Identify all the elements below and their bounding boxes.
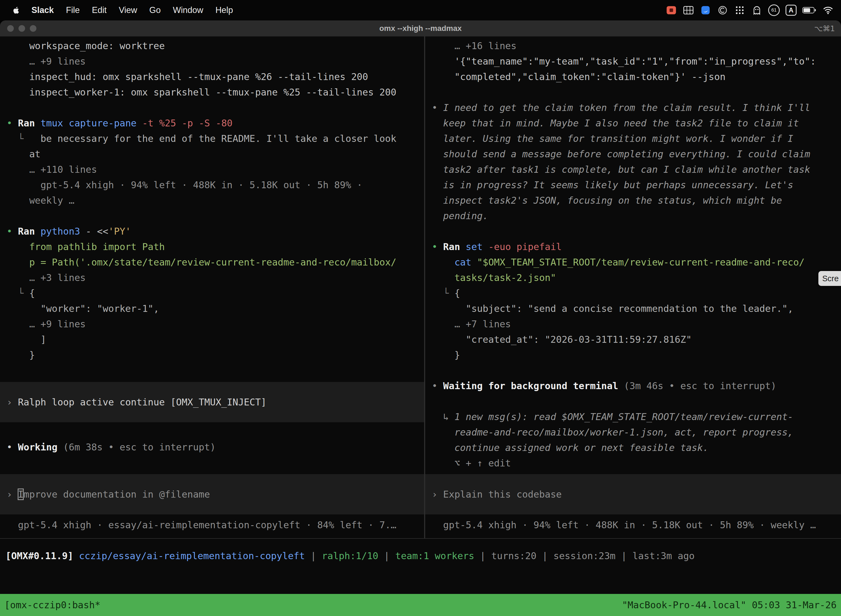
- terminal-line: … +7 lines: [425, 316, 841, 332]
- text-segment: Ran: [443, 241, 466, 252]
- menu-help[interactable]: Help: [210, 5, 239, 15]
- blue-app-icon[interactable]: [700, 4, 711, 17]
- text-segment: ›: [7, 489, 18, 500]
- dots-grid-icon[interactable]: [734, 4, 746, 17]
- menu-file[interactable]: File: [60, 5, 86, 15]
- terminal-line: • Ran set -euo pipefail: [425, 239, 841, 254]
- ghost-icon[interactable]: [751, 4, 763, 17]
- text-segment: -t %25 -p -S -80: [136, 117, 233, 129]
- blank-line: [425, 84, 841, 100]
- maximize-button[interactable]: [30, 25, 37, 32]
- window-titlebar[interactable]: omx --xhigh --madmax ⌥⌘1: [0, 21, 841, 37]
- text-segment: weekly …: [7, 195, 75, 206]
- status-segment: [73, 550, 79, 561]
- text-segment: is in progress? It seems likely but perh…: [432, 179, 793, 191]
- dark-app-icon[interactable]: [717, 4, 728, 17]
- battery-percentage-icon[interactable]: 61: [768, 4, 780, 17]
- status-segment: ralph:1/10: [322, 550, 378, 561]
- menu-edit[interactable]: Edit: [86, 5, 113, 15]
- text-segment: "$OMX_TEAM_STATE_ROOT/team/review-curren…: [477, 257, 804, 268]
- terminal-line: weekly …: [0, 193, 424, 208]
- text-segment: … +9 lines: [7, 56, 86, 67]
- text-segment: … +16 lines: [432, 40, 517, 51]
- terminal-line: "created_at": "2026-03-31T11:59:27.816Z": [425, 332, 841, 347]
- screenshot-tooltip[interactable]: Scre: [818, 271, 841, 286]
- screen-recording-indicator-icon[interactable]: [665, 4, 677, 17]
- menu-go[interactable]: Go: [143, 5, 167, 15]
- prompt-input-band[interactable]: › Explain this codebase: [425, 474, 841, 515]
- prompt-input-band[interactable]: › Improve documentation in @filename: [0, 474, 424, 515]
- close-button[interactable]: [7, 25, 14, 32]
- text-segment: Ran: [18, 226, 41, 237]
- terminal-line: … +3 lines: [0, 270, 424, 285]
- text-segment: Explain this codebase: [443, 489, 562, 500]
- text-segment: inspect_worker-1: omx sparkshell --tmux-…: [7, 87, 396, 98]
- text-segment: tmux capture-pane: [41, 117, 136, 129]
- terminal-line: continue assigned work or next feasible …: [425, 440, 841, 455]
- menu-window[interactable]: Window: [167, 5, 209, 15]
- terminal-line: ↳ 1 new msg(s): read $OMX_TEAM_STATE_ROO…: [425, 409, 841, 424]
- text-segment: workspace_mode: worktree: [7, 40, 165, 51]
- terminal-pane-left[interactable]: workspace_mode: worktree … +9 lines insp…: [0, 37, 424, 538]
- terminal-content: workspace_mode: worktree … +9 lines insp…: [0, 37, 841, 538]
- text-segment: "completed","claim_token":"claim-token"}…: [432, 71, 725, 82]
- text-segment: }: [7, 349, 35, 361]
- text-segment: •: [432, 241, 443, 252]
- status-segment: |: [378, 550, 395, 561]
- text-segment: ↳: [432, 411, 454, 422]
- terminal-line: └ be necessary for the end of the README…: [0, 131, 424, 146]
- terminal-line: inspect task2's JSON, focusing on the st…: [425, 193, 841, 208]
- terminal-line: keep that in mind. Maybe I also need the…: [425, 115, 841, 131]
- battery-icon[interactable]: [802, 4, 817, 17]
- status-segment: cczip/essay/ai-reimplementation-copyleft: [79, 550, 305, 561]
- omx-status-line: [OMX#0.11.9] cczip/essay/ai-reimplementa…: [0, 548, 841, 563]
- terminal-pane-right[interactable]: … +16 lines '{"team_name":"my-team","tas…: [425, 37, 841, 538]
- text-segment: ]: [7, 334, 46, 345]
- grid-icon[interactable]: [683, 4, 694, 17]
- terminal-line: cat "$OMX_TEAM_STATE_ROOT/team/review-cu…: [425, 254, 841, 270]
- text-segment: keep that in mind. Maybe I also need the…: [432, 117, 799, 129]
- text-segment: at: [7, 148, 41, 160]
- text-segment: └: [7, 287, 29, 299]
- text-segment: ›: [432, 489, 443, 500]
- terminal-line: "worker": "worker-1",: [0, 301, 424, 316]
- tmux-inject-band[interactable]: › Ralph loop active continue [OMX_TMUX_I…: [0, 382, 424, 422]
- text-segment: ›: [7, 397, 18, 408]
- text-segment: gpt-5.4 xhigh · essay/ai-reimplementatio…: [7, 519, 396, 531]
- text-segment: python3: [41, 226, 80, 237]
- text-segment: should send a message before completing …: [432, 148, 810, 160]
- terminal-line: tasks/task-2.json": [425, 270, 841, 285]
- menu-app-name[interactable]: Slack: [25, 5, 60, 15]
- text-segment: (3m 46s • esc to interrupt): [618, 380, 777, 392]
- text-segment: Ralph loop active continue [OMX_TMUX_INJ…: [18, 397, 267, 408]
- text-segment: '{"team_name":"my-team","task_id":"1","f…: [432, 56, 816, 67]
- terminal-line: '{"team_name":"my-team","task_id":"1","f…: [425, 54, 841, 69]
- terminal-line: inspect_hud: omx sparkshell --tmux-pane …: [0, 69, 424, 84]
- terminal-line: workspace_mode: worktree: [0, 38, 424, 54]
- text-segment: tasks/task-2.json": [432, 272, 556, 283]
- status-segment: team:1 workers: [395, 550, 474, 561]
- battery-percentage-label: 61: [771, 7, 777, 13]
- terminal-line: … +16 lines: [425, 38, 841, 54]
- text-segment: - <<: [80, 226, 108, 237]
- screenshot-tooltip-label: Scre: [822, 274, 839, 283]
- terminal-line: is in progress? It seems likely but perh…: [425, 177, 841, 193]
- menu-view[interactable]: View: [113, 5, 143, 15]
- terminal-line: • Ran python3 - <<'PY': [0, 224, 424, 239]
- status-segment: |: [615, 550, 632, 561]
- input-source-icon[interactable]: A: [785, 4, 797, 17]
- tmux-status-bar: [omx-cczip0:bash* "MacBook-Pro-44.local"…: [0, 594, 841, 616]
- apple-menu[interactable]: [7, 6, 25, 15]
- terminal-line: p = Path('.omx/state/team/review-current…: [0, 254, 424, 270]
- input-source-label: A: [788, 6, 793, 14]
- minimize-button[interactable]: [19, 25, 25, 32]
- text-segment: task2 after task1 is complete, but can I…: [432, 164, 810, 175]
- text-segment: be necessary for the end of the README. …: [41, 133, 397, 144]
- text-segment: "worker": "worker-1",: [7, 303, 159, 314]
- text-segment: •: [7, 117, 18, 129]
- terminal-window: omx --xhigh --madmax ⌥⌘1 workspace_mode:…: [0, 21, 841, 616]
- text-segment: "created_at": "2026-03-31T11:59:27.816Z": [432, 334, 692, 345]
- wifi-icon[interactable]: [822, 4, 834, 17]
- window-shortcut-hint: ⌥⌘1: [814, 24, 835, 33]
- text-segment: Waiting for background terminal: [443, 380, 618, 392]
